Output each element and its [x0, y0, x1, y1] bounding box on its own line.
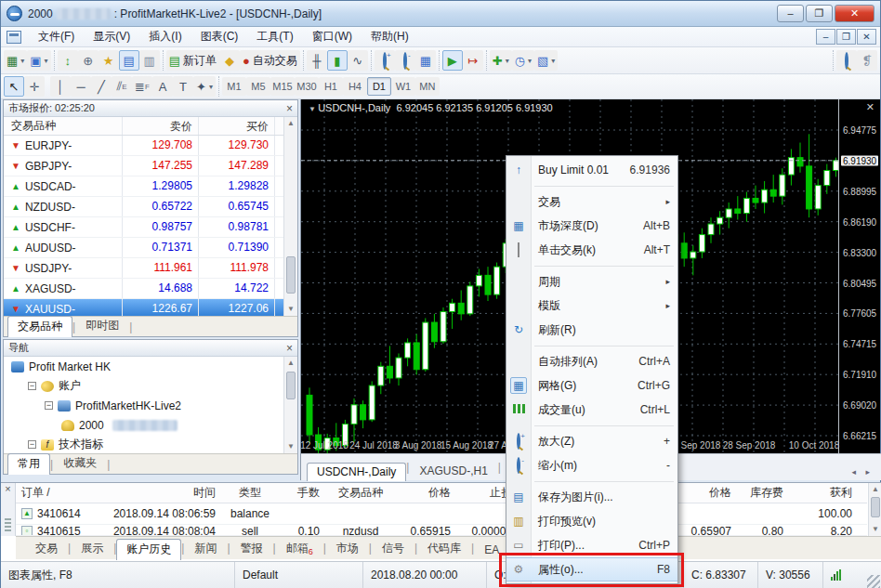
- menubar-item-5[interactable]: 窗口(W): [303, 26, 362, 47]
- terminal-tab-2[interactable]: 账户历史: [116, 539, 181, 560]
- market-watch-row[interactable]: ▲USDCAD-1.298051.29828: [4, 176, 283, 197]
- terminal-row[interactable]: ▫34106152018.09.14 08:08:04sell0.10nzdus…: [16, 525, 867, 536]
- terminal-tab-7[interactable]: 信号: [372, 538, 414, 559]
- timeframe-mn[interactable]: MN: [415, 77, 440, 96]
- menu-one-click-trading[interactable]: 单击交易(k)Alt+T: [506, 238, 677, 262]
- navigator-tab-0[interactable]: 常用: [7, 453, 50, 475]
- column-header-bid[interactable]: 卖价: [123, 117, 199, 135]
- terminal-column-header-0[interactable]: 订单 /: [16, 485, 105, 501]
- timeframe-m1[interactable]: M1: [222, 77, 246, 96]
- timeframe-w1[interactable]: W1: [391, 77, 415, 96]
- close-icon[interactable]: ×: [286, 103, 293, 114]
- timeframe-m5[interactable]: M5: [246, 77, 270, 96]
- bar-chart-button[interactable]: ╫: [307, 50, 327, 71]
- terminal-tab-9[interactable]: EA: [474, 541, 509, 559]
- child-restore-button[interactable]: ❐: [836, 29, 856, 45]
- chat-button[interactable]: ❡: [857, 50, 877, 71]
- menu-properties[interactable]: ⚙属性(o)...F8: [506, 557, 677, 581]
- crosshair-button[interactable]: ✛: [24, 76, 45, 97]
- line-chart-button[interactable]: ∿: [348, 50, 368, 71]
- menu-save-as-picture[interactable]: ▤保存为图片(i)...: [506, 485, 677, 509]
- terminal-row[interactable]: ▲34106142018.09.14 08:06:59balance691241…: [16, 503, 867, 525]
- timeframe-m15[interactable]: M15: [270, 77, 295, 96]
- data-window-button[interactable]: ▥: [139, 50, 160, 71]
- timeframe-h1[interactable]: H1: [319, 77, 343, 96]
- navigator-item[interactable]: −ProfitMarketHK-Live2: [4, 396, 283, 415]
- menu-buy-limit[interactable]: ↑Buy Limit 0.016.91936: [506, 158, 677, 182]
- scroll-up-icon[interactable]: ▲: [869, 483, 881, 496]
- zoom-out-button[interactable]: -: [395, 50, 415, 71]
- scroll-down-icon[interactable]: ▼: [284, 303, 297, 316]
- terminal-scrollbar[interactable]: ▲ ▼: [868, 483, 881, 536]
- terminal-column-header-10[interactable]: 获利: [789, 485, 858, 501]
- zoom-in-button[interactable]: +: [375, 50, 395, 71]
- terminal-column-header-2[interactable]: 类型: [221, 485, 279, 501]
- profiles-button[interactable]: ▣▾: [27, 50, 50, 71]
- market-watch-scrollbar[interactable]: ▲ ▼: [283, 117, 297, 316]
- menu-auto-arrange[interactable]: 自动排列(A)Ctrl+A: [506, 349, 677, 373]
- terminal-tab-0[interactable]: 交易: [25, 538, 68, 559]
- trendline-button[interactable]: ╱: [91, 76, 112, 97]
- menubar-item-3[interactable]: 图表(C): [191, 26, 248, 47]
- candlestick-button[interactable]: ▮: [327, 50, 348, 71]
- tree-collapse-icon[interactable]: −: [28, 440, 36, 449]
- timeframe-h4[interactable]: H4: [343, 77, 367, 96]
- scroll-down-icon[interactable]: ▼: [869, 523, 881, 536]
- text-label-button[interactable]: T: [173, 76, 193, 97]
- menubar-item-0[interactable]: 文件(F): [29, 26, 84, 47]
- metaeditor-button[interactable]: ◆: [219, 50, 240, 71]
- market-watch-row[interactable]: ▲AUDUSD-0.713710.71390: [4, 238, 283, 258]
- market-watch-button[interactable]: ▤: [119, 50, 139, 71]
- timeframe-m30[interactable]: M30: [295, 77, 319, 96]
- menu-print[interactable]: ▭打印(P)...Ctrl+P: [506, 533, 677, 557]
- market-watch-row[interactable]: ▲NZDUSD-0.657220.65745: [4, 197, 283, 217]
- timeframe-d1[interactable]: D1: [367, 77, 391, 96]
- resize-grip[interactable]: [867, 575, 880, 588]
- menubar-item-4[interactable]: 工具(T): [247, 26, 302, 47]
- market-watch-row[interactable]: ▼USDJPY-111.961111.978: [4, 258, 283, 279]
- terminal-tab-3[interactable]: 新闻: [184, 538, 227, 559]
- tree-collapse-icon[interactable]: −: [28, 382, 36, 390]
- scroll-up-icon[interactable]: ▲: [284, 117, 297, 130]
- scroll-up-icon[interactable]: ▲: [284, 357, 297, 370]
- terminal-tab-5[interactable]: 邮箱6: [276, 538, 323, 559]
- market-watch-row[interactable]: ▼XAUUSD-1226.671227.06: [4, 299, 283, 316]
- fibonacci-button[interactable]: ≣F: [132, 76, 152, 97]
- menu-print-preview[interactable]: ▥打印预览(v): [506, 509, 677, 533]
- terminal-column-header-3[interactable]: 手数: [279, 485, 325, 501]
- chart-tab-0[interactable]: USDCNH-,Daily: [307, 463, 406, 481]
- terminal-column-header-5[interactable]: 价格: [396, 485, 456, 501]
- menu-refresh[interactable]: ↻刷新(R): [506, 318, 677, 342]
- market-watch-row[interactable]: ▼GBPJPY-147.255147.289: [4, 156, 283, 176]
- cursor-target-button[interactable]: ⊕: [78, 50, 99, 71]
- drag-grip[interactable]: [5, 518, 11, 533]
- chart-close-icon[interactable]: ✕: [866, 101, 874, 113]
- menu-grid[interactable]: ▦网格(G)Ctrl+G: [506, 373, 677, 398]
- shapes-button[interactable]: ✦▾: [193, 76, 216, 97]
- terminal-tab-8[interactable]: 代码库: [417, 538, 471, 559]
- menu-trade[interactable]: 交易▸: [506, 189, 677, 214]
- menu-depth-of-market[interactable]: ▦市场深度(D)Alt+B: [506, 214, 677, 238]
- minimize-button[interactable]: –: [777, 5, 804, 22]
- cursor-button[interactable]: ↖: [4, 76, 24, 97]
- navigator-item[interactable]: −账户: [4, 376, 283, 396]
- menu-periodicity[interactable]: 周期▸: [506, 269, 677, 294]
- terminal-tab-4[interactable]: 警报: [230, 538, 273, 559]
- column-header-ask[interactable]: 买价: [199, 117, 275, 135]
- chart-tab-1[interactable]: XAGUSD-,H1: [409, 462, 497, 480]
- child-minimize-button[interactable]: –: [816, 29, 835, 45]
- market-watch-row[interactable]: ▼EURJPY-129.708129.730: [4, 136, 283, 156]
- terminal-column-header-9[interactable]: 库存费: [737, 485, 789, 501]
- menu-zoom-out[interactable]: -缩小(m)-: [506, 453, 677, 477]
- tile-windows-button[interactable]: ▦: [415, 50, 436, 71]
- menu-zoom-in[interactable]: +放大(Z)+: [506, 429, 677, 453]
- navigator-item[interactable]: 2000: [4, 415, 283, 435]
- favorites-button[interactable]: ★: [99, 50, 119, 71]
- indicators-button[interactable]: ✚▾: [490, 50, 512, 71]
- close-icon[interactable]: ×: [286, 343, 293, 354]
- autotrade-button[interactable]: ●自动交易: [240, 50, 300, 71]
- tick-chart-button[interactable]: ↕: [58, 50, 78, 71]
- chart-shift-button[interactable]: ↦: [463, 50, 483, 71]
- column-header-symbol[interactable]: 交易品种: [4, 117, 123, 135]
- child-close-button[interactable]: ✕: [857, 29, 876, 45]
